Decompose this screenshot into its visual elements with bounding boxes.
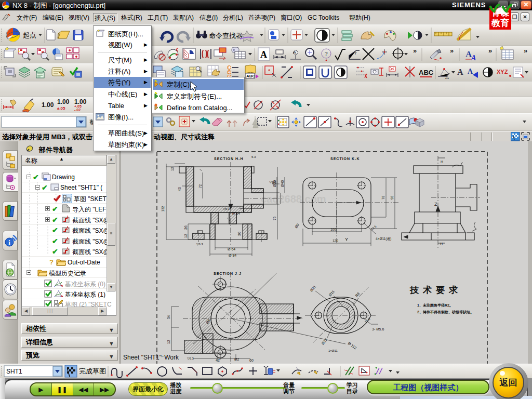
svg-text:132: 132 xyxy=(161,206,165,211)
svg-text:2: 2 xyxy=(228,71,230,74)
svg-text:H: H xyxy=(440,242,443,246)
svg-text:Ø 112: Ø 112 xyxy=(347,341,357,350)
svg-text:A: A xyxy=(293,50,296,55)
svg-text:12: 12 xyxy=(170,167,174,171)
svg-text:»: » xyxy=(524,47,527,55)
svg-text:Ø2: Ø2 xyxy=(234,357,239,361)
svg-text:▽6.3: ▽6.3 xyxy=(223,207,230,210)
svg-text:起点: 起点 xyxy=(23,31,36,39)
svg-text:A: A xyxy=(457,68,463,76)
svg-text:75: 75 xyxy=(273,216,276,220)
svg-text:26: 26 xyxy=(184,225,188,230)
svg-text:命令查找器: 命令查找器 xyxy=(209,32,243,39)
svg-text:6.3: 6.3 xyxy=(251,155,256,158)
svg-text:完成草图: 完成草图 xyxy=(79,367,106,375)
svg-text:Ø 64: Ø 64 xyxy=(232,211,240,215)
svg-text:1.00: 1.00 xyxy=(57,98,70,105)
svg-text:+.05: +.05 xyxy=(74,104,82,108)
svg-text:XYZ: XYZ xyxy=(497,69,508,75)
svg-text:120: 120 xyxy=(332,239,338,243)
svg-text:SECTION K-K: SECTION K-K xyxy=(330,157,360,161)
svg-text:Ø40: Ø40 xyxy=(281,180,284,187)
svg-text:»: » xyxy=(450,47,454,55)
svg-text:i: i xyxy=(8,238,10,246)
svg-text:72: 72 xyxy=(198,184,202,188)
svg-text:»: » xyxy=(413,47,417,55)
svg-text:40: 40 xyxy=(178,187,181,191)
svg-text:Ø11: Ø11 xyxy=(328,289,335,297)
svg-text:Ø9: Ø9 xyxy=(294,223,300,229)
svg-text:▽6.3: ▽6.3 xyxy=(187,357,194,360)
svg-text:42: 42 xyxy=(216,358,220,362)
svg-text:A: A xyxy=(468,68,473,75)
svg-text:54: 54 xyxy=(167,315,170,319)
svg-text:2、铸件不得有裂纹、砂眼等缺陷。: 2、铸件不得有裂纹、砂眼等缺陷。 xyxy=(417,310,474,314)
svg-text:H: H xyxy=(441,160,443,164)
svg-text:12.5: 12.5 xyxy=(370,224,377,231)
svg-text:Z: Z xyxy=(434,202,437,207)
svg-text:A: A xyxy=(260,49,267,60)
svg-text:12: 12 xyxy=(167,340,170,344)
svg-text:Y: Y xyxy=(345,237,348,242)
svg-text:78: 78 xyxy=(381,195,385,200)
svg-text:100: 100 xyxy=(330,228,336,231)
svg-text:7: 7 xyxy=(354,51,357,56)
svg-text:98: 98 xyxy=(390,195,394,200)
svg-text:-.02: -.02 xyxy=(74,108,81,112)
svg-text:R8: R8 xyxy=(354,291,360,297)
svg-text:Ø 84: Ø 84 xyxy=(229,254,236,257)
svg-text:SECTION H-H: SECTION H-H xyxy=(214,157,244,161)
svg-text:12: 12 xyxy=(184,234,188,238)
svg-text:1、未注圆角半径R2。: 1、未注圆角半径R2。 xyxy=(417,303,453,308)
svg-text:ABC: ABC xyxy=(419,69,434,76)
svg-text:1×Ø11: 1×Ø11 xyxy=(328,349,338,352)
svg-text:1: 1 xyxy=(228,66,230,70)
svg-text:?: ? xyxy=(325,50,328,58)
svg-text:±.05: ±.05 xyxy=(57,106,65,111)
svg-text:△: △ xyxy=(445,74,449,79)
svg-text:»: » xyxy=(488,47,492,55)
svg-text:SECTION J-J: SECTION J-J xyxy=(214,272,242,275)
svg-text:▽6.3: ▽6.3 xyxy=(196,243,204,246)
svg-text:1.00: 1.00 xyxy=(42,101,54,109)
svg-text:SHT1: SHT1 xyxy=(6,368,22,375)
svg-text:技术要求: 技术要求 xyxy=(409,285,462,295)
svg-text:3- Ø5.6: 3- Ø5.6 xyxy=(372,327,384,331)
svg-text:30: 30 xyxy=(237,232,241,236)
svg-text:Ø 64: Ø 64 xyxy=(228,247,235,251)
svg-text:4×Ø11(通): 4×Ø11(通) xyxy=(376,237,391,241)
svg-text:ABC: ABC xyxy=(246,74,256,78)
svg-text:A: A xyxy=(471,54,476,62)
svg-text:▽6.3: ▽6.3 xyxy=(269,180,276,183)
svg-text:60: 60 xyxy=(249,358,254,362)
